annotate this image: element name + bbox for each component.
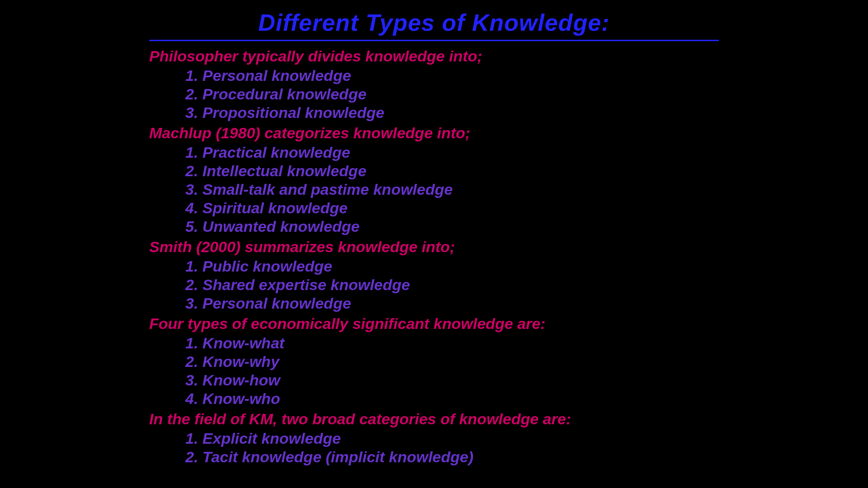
- list-item: 1. Practical knowledge: [185, 144, 719, 161]
- list-item: 2. Tacit knowledge (implicit knowledge): [185, 448, 719, 466]
- main-container: Different Types of Knowledge: Philosophe…: [0, 0, 868, 476]
- page-title: Different Types of Knowledge:: [149, 9, 719, 36]
- list-item: 2. Procedural knowledge: [185, 85, 719, 103]
- section-4-header: Four types of economically significant k…: [149, 315, 719, 333]
- title-divider: [149, 40, 719, 41]
- section-5: In the field of KM, two broad categories…: [149, 410, 719, 466]
- list-item: 1. Public knowledge: [185, 258, 719, 275]
- list-item: 4. Know-who: [185, 390, 719, 408]
- list-item: 2. Know-why: [185, 353, 719, 371]
- section-3: Smith (2000) summarizes knowledge into; …: [149, 238, 719, 312]
- list-item: 3. Personal knowledge: [185, 295, 719, 312]
- section-1-header: Philosopher typically divides knowledge …: [149, 47, 719, 65]
- section-2-header: Machlup (1980) categorizes knowledge int…: [149, 124, 719, 142]
- section-1: Philosopher typically divides knowledge …: [149, 47, 719, 122]
- list-item: 5. Unwanted knowledge: [185, 218, 719, 235]
- list-item: 2. Shared expertise knowledge: [185, 276, 719, 294]
- section-5-header: In the field of KM, two broad categories…: [149, 410, 719, 428]
- section-4: Four types of economically significant k…: [149, 315, 719, 408]
- list-item: 1. Personal knowledge: [185, 67, 719, 84]
- section-3-header: Smith (2000) summarizes knowledge into;: [149, 238, 719, 256]
- list-item: 3. Propositional knowledge: [185, 104, 719, 122]
- list-item: 4. Spiritual knowledge: [185, 199, 719, 217]
- list-item: 3. Small-talk and pastime knowledge: [185, 181, 719, 198]
- list-item: 3. Know-how: [185, 371, 719, 389]
- list-item: 2. Intellectual knowledge: [185, 162, 719, 180]
- list-item: 1. Explicit knowledge: [185, 430, 719, 447]
- list-item: 1. Know-what: [185, 334, 719, 352]
- section-2: Machlup (1980) categorizes knowledge int…: [149, 124, 719, 235]
